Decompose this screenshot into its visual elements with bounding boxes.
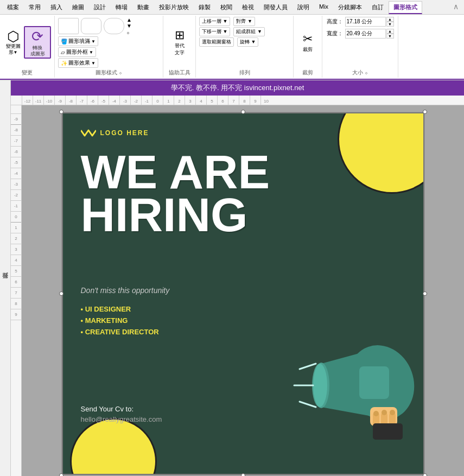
ruler-top-marks: -12 -11 -10 -9 -8 -7 -6 -5 -4 -3 -2 -1 0… [22,96,271,105]
height-up[interactable]: ▲ [386,17,394,22]
height-down[interactable]: ▼ [386,22,394,27]
shape-effect-icon: ✨ [61,60,67,66]
contact-email: hello@reallygreatsite.com [81,415,162,423]
logo-icon [81,128,96,138]
tab-storyboard[interactable]: 分鏡腳本 [333,1,367,14]
tab-animations[interactable]: 動畫 [132,1,154,14]
tab-insert[interactable]: 插入 [46,1,67,14]
canvas-row: -9 -8 -7 -6 -5 -4 -3 -2 -1 0 1 2 3 4 5 6… [11,105,464,476]
align-button[interactable]: 對齊 ▼ [233,17,255,26]
change-group-items: ⬡ 變更圖形▼ ⟳ 轉換成圖形 [3,17,51,68]
ribbon-content: ⬡ 變更圖形▼ ⟳ 轉換成圖形 變更 ▲ ▼ [0,15,464,80]
shape-fill-label: 圖形填滿 [68,37,90,45]
svg-point-4 [312,364,327,407]
tab-view[interactable]: 檢視 [237,1,259,14]
svg-point-15 [390,410,395,415]
tab-slideshow[interactable]: 投影片放映 [154,1,194,14]
handle-bl[interactable] [59,473,63,476]
subtitle: Don't miss this opportunity [81,286,170,295]
handle-tr[interactable] [423,110,427,114]
arrange-row2: 下移一層 ▼ 組成群組 ▼ [199,27,265,36]
tab-mix[interactable]: Mix [314,1,333,14]
deco-circle-tr [338,112,425,194]
group-button[interactable]: 組成群組 ▼ [233,27,264,36]
job-item-2: • MARKETING [81,316,159,325]
shape-fill-button[interactable]: 🪣 圖形填滿 ▼ [58,36,98,46]
shape-styles-items: ▲ ▼ ⬦ 🪣 圖形填滿 ▼ ▱ 圖形外框 ▼ ✨ 圖形效果 [58,17,160,68]
alt-text-icon: ⊞ [175,28,185,42]
svg-rect-12 [373,423,403,440]
height-input[interactable] [345,17,386,27]
purple-banner-text: 學不完. 教不停. 用不完 isvincent.pixnet.net [171,84,304,92]
group-change: ⬡ 變更圖形▼ ⟳ 轉換成圖形 變更 [0,16,55,78]
contact-area: Send Your Cv to: hello@reallygreatsite.c… [81,405,162,423]
crop-button[interactable]: ✂ 裁剪 [297,31,319,54]
handle-tc[interactable] [241,110,245,114]
size-items: 高度： ▲ ▼ 寬度： ▲ ▼ [327,17,394,68]
logo-area: LOGO HERE [81,128,149,138]
selection-pane-button[interactable]: 選取範圍窗格 [199,37,234,47]
slide[interactable]: LOGO HERE WE ARE HIRING Don't miss this … [61,112,425,475]
group-shape-styles: ▲ ▼ ⬦ 🪣 圖形填滿 ▼ ▱ 圖形外框 ▼ ✨ 圖形效果 [55,16,163,78]
crop-icon: ✂ [303,32,313,46]
alt-text-button[interactable]: ⊞ 替代文字 [169,27,190,58]
width-control: ▲ ▼ [345,29,394,39]
tab-draw[interactable]: 繪圖 [67,1,89,14]
tab-design[interactable]: 設計 [89,1,111,14]
deco-circle-bl [70,418,157,475]
height-control: ▲ ▼ [345,17,394,27]
rotate-button[interactable]: 旋轉 ▼ [237,37,258,47]
handle-br[interactable] [423,473,427,476]
ribbon-tabs: 檔案 常用 插入 繪圖 設計 轉場 動畫 投影片放映 錄製 校閱 檢視 開發人員… [0,0,464,15]
shape-effect-arrow: ▼ [91,61,96,66]
svg-point-14 [382,410,387,415]
change-shape-button[interactable]: ⬡ 變更圖形▼ [3,28,23,56]
handle-bc[interactable] [241,473,245,476]
tab-shape-format[interactable]: 圖形格式 [389,1,422,14]
shape-box-2[interactable] [81,18,101,34]
svg-line-5 [300,364,316,369]
shape-box-1[interactable] [58,18,79,34]
headline-line2: HIRING [81,193,270,236]
change-shape-icon: ⬡ [7,29,20,43]
tab-developer[interactable]: 開發人員 [259,1,293,14]
tab-home[interactable]: 常用 [24,1,46,14]
shape-effect-button[interactable]: ✨ 圖形效果 ▼ [58,58,98,68]
height-row: 高度： ▲ ▼ [327,17,394,27]
transform-button[interactable]: ⟳ 轉換成圖形 [24,26,51,59]
width-label: 寬度： [327,30,343,37]
shape-outline-button[interactable]: ▱ 圖形外框 ▼ [58,47,96,57]
svg-line-7 [300,402,316,407]
height-label: 高度： [327,18,343,26]
slide-container: LOGO HERE WE ARE HIRING Don't miss this … [22,105,464,476]
shape-fill-arrow: ▼ [91,39,96,44]
width-row: 寬度： ▲ ▼ [327,29,394,39]
handle-tl[interactable] [59,110,63,114]
shape-styles-expand[interactable]: ⬦ [119,69,122,75]
size-group-label: 大小 ⬦ [352,68,368,77]
tab-transitions[interactable]: 轉場 [111,1,132,14]
tab-record[interactable]: 錄製 [194,1,215,14]
svg-point-13 [373,411,379,416]
ribbon-collapse[interactable]: ∧ [450,1,462,14]
tab-custom[interactable]: 自訂 [367,1,389,14]
move-up-button[interactable]: 上移一層 ▼ [199,17,230,26]
size-expand[interactable]: ⬦ [365,69,368,75]
tab-review[interactable]: 校閱 [215,1,237,14]
move-down-button[interactable]: 下移一層 ▼ [199,27,230,36]
tab-help[interactable]: 說明 [293,1,314,14]
handle-ml[interactable] [59,291,63,296]
width-down[interactable]: ▼ [386,34,394,39]
tab-file[interactable]: 檔案 [2,1,24,14]
shape-scroll[interactable]: ▲ ▼ ⬦ [126,17,132,35]
job-list: • UI DESIGNER • MARKETING • CREATIVE DIR… [81,305,159,339]
arrange-row1: 上移一層 ▼ 對齊 ▼ [199,17,255,26]
width-up[interactable]: ▲ [386,29,394,34]
handle-mr[interactable] [423,291,427,296]
headline-area: WE ARE HIRING [81,150,270,236]
width-input[interactable] [345,29,386,39]
group-crop: ✂ 裁剪 裁剪 [294,16,322,78]
shape-box-3[interactable] [104,18,124,34]
arrange-items: 上移一層 ▼ 對齊 ▼ 下移一層 ▼ 組成群組 ▼ 選取範圍窗格 旋轉 ▼ [199,17,290,68]
transform-icon: ⟳ [31,28,43,45]
